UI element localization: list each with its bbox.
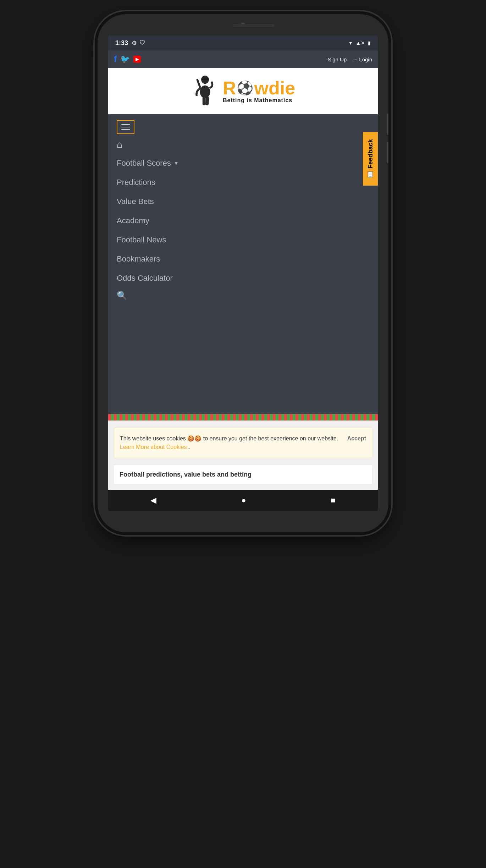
recent-apps-button[interactable]: ■ bbox=[331, 496, 335, 505]
back-button[interactable]: ◀ bbox=[150, 496, 156, 505]
nav-item-predictions[interactable]: Predictions bbox=[117, 173, 369, 192]
cookie-learn-more[interactable]: Learn More about Cookies bbox=[120, 444, 187, 450]
logo-r: R bbox=[223, 79, 236, 97]
hamburger-button[interactable] bbox=[117, 120, 134, 134]
nav-item-bookmakers[interactable]: Bookmakers bbox=[117, 249, 369, 269]
phone-screen: 1:33 ⚙ 🛡 ▼ ▲✕ ▮ f 🐦 ▶ Sign Up bbox=[108, 35, 378, 511]
status-right: ▼ ▲✕ ▮ bbox=[348, 40, 371, 46]
phone-frame: 1:33 ⚙ 🛡 ▼ ▲✕ ▮ f 🐦 ▶ Sign Up bbox=[98, 14, 388, 532]
shield-icon: 🛡 bbox=[139, 40, 145, 46]
content-area: Accept This website uses cookies 🍪🍪 to e… bbox=[108, 414, 378, 490]
svg-rect-4 bbox=[203, 97, 206, 105]
nav-label-value-bets: Value Bets bbox=[117, 197, 154, 206]
speaker bbox=[232, 24, 275, 27]
nav-label-football-scores: Football Scores bbox=[117, 159, 171, 168]
nav-item-football-scores[interactable]: Football Scores ▼ bbox=[117, 154, 369, 173]
status-icons: ⚙ 🛡 bbox=[132, 40, 145, 46]
social-icons: f 🐦 ▶ bbox=[114, 54, 141, 64]
nav-label-predictions: Predictions bbox=[117, 178, 155, 187]
side-button-2 bbox=[387, 142, 388, 163]
battery-icon: ▮ bbox=[368, 40, 371, 46]
page-snippet-text: Football predictions, value bets and bet… bbox=[120, 471, 252, 478]
logo-soccer-ball: ⚽ bbox=[237, 81, 253, 95]
page-snippet: Football predictions, value bets and bet… bbox=[114, 465, 372, 484]
gear-icon: ⚙ bbox=[132, 40, 137, 46]
home-button[interactable]: ● bbox=[241, 496, 246, 505]
search-icon[interactable]: 🔍 bbox=[117, 291, 369, 301]
status-bar: 1:33 ⚙ 🛡 ▼ ▲✕ ▮ bbox=[108, 35, 378, 50]
cookie-period: . bbox=[188, 444, 190, 450]
hamburger-line-1 bbox=[121, 124, 130, 125]
nav-auth-area: Sign Up → Login bbox=[328, 56, 372, 62]
zigzag-border bbox=[108, 414, 378, 421]
nav-item-football-news[interactable]: Football News bbox=[117, 230, 369, 249]
svg-rect-1 bbox=[201, 78, 209, 80]
hamburger-line-3 bbox=[121, 129, 130, 130]
time-display: 1:33 bbox=[115, 39, 128, 47]
feedback-tab[interactable]: 📋 Feedback bbox=[363, 132, 378, 186]
logo-brand: R⚽wdie bbox=[223, 79, 295, 97]
logo-figure bbox=[191, 75, 219, 107]
nav-item-value-bets[interactable]: Value Bets bbox=[117, 192, 369, 211]
cookie-banner: Accept This website uses cookies 🍪🍪 to e… bbox=[114, 428, 372, 458]
nav-label-bookmakers: Bookmakers bbox=[117, 254, 160, 264]
logo-area: R⚽wdie Betting is Mathematics bbox=[108, 68, 378, 114]
wifi-icon: ▼ bbox=[348, 40, 353, 46]
home-icon[interactable]: ⌂ bbox=[117, 139, 369, 150]
hamburger-line-2 bbox=[121, 127, 130, 127]
facebook-icon[interactable]: f bbox=[114, 54, 117, 64]
nav-item-academy[interactable]: Academy bbox=[117, 211, 369, 230]
side-button-1 bbox=[387, 114, 388, 135]
youtube-icon[interactable]: ▶ bbox=[133, 56, 141, 63]
dropdown-arrow-football-scores: ▼ bbox=[174, 160, 179, 166]
top-nav-bar: f 🐦 ▶ Sign Up → Login bbox=[108, 50, 378, 68]
signup-link[interactable]: Sign Up bbox=[328, 56, 347, 62]
login-link[interactable]: → Login bbox=[352, 56, 372, 62]
twitter-icon[interactable]: 🐦 bbox=[120, 55, 130, 64]
feedback-label: Feedback bbox=[367, 139, 374, 169]
nav-menu-area: ⌂ Football Scores ▼ Predictions Value Be… bbox=[108, 114, 378, 414]
logo-tagline: Betting is Mathematics bbox=[223, 97, 295, 104]
nav-label-odds-calculator: Odds Calculator bbox=[117, 274, 173, 283]
cookie-text-before: This website uses cookies 🍪🍪 to ensure y… bbox=[120, 435, 338, 441]
logo-wdie: wdie bbox=[254, 79, 295, 97]
login-label: Login bbox=[359, 56, 372, 62]
logo-text-area: R⚽wdie Betting is Mathematics bbox=[223, 79, 295, 104]
nav-label-football-news: Football News bbox=[117, 235, 166, 245]
accept-button[interactable]: Accept bbox=[347, 434, 366, 443]
login-arrow: → bbox=[352, 56, 358, 62]
status-left: 1:33 ⚙ 🛡 bbox=[115, 39, 145, 47]
svg-rect-2 bbox=[196, 78, 201, 88]
feedback-icon: 📋 bbox=[366, 171, 374, 178]
bottom-nav: ◀ ● ■ bbox=[108, 490, 378, 511]
svg-point-3 bbox=[200, 86, 210, 98]
signal-icon: ▲✕ bbox=[356, 40, 365, 46]
logo-container: R⚽wdie Betting is Mathematics bbox=[191, 75, 295, 107]
nav-label-academy: Academy bbox=[117, 216, 149, 225]
nav-item-odds-calculator[interactable]: Odds Calculator bbox=[117, 269, 369, 288]
